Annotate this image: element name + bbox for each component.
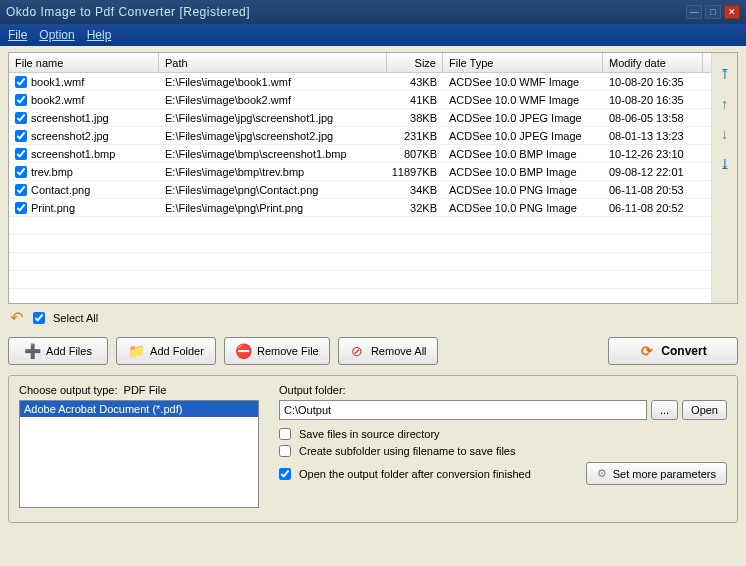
file-name: screenshot1.jpg	[31, 112, 109, 124]
output-type-selected[interactable]: Adobe Acrobat Document (*.pdf)	[20, 401, 258, 417]
select-all-row: ↶ Select All	[8, 304, 738, 331]
file-date: 10-08-20 16:35	[603, 94, 703, 106]
convert-icon: ⟳	[639, 343, 655, 359]
column-date[interactable]: Modify date	[603, 53, 703, 72]
file-date: 08-01-13 13:23	[603, 130, 703, 142]
column-name[interactable]: File name	[9, 53, 159, 72]
file-name: screenshot2.jpg	[31, 130, 109, 142]
move-bottom-icon[interactable]: ⤓	[718, 157, 732, 171]
file-size: 43KB	[387, 76, 443, 88]
table-row[interactable]: screenshot1.jpgE:\Files\image\jpg\screen…	[9, 109, 711, 127]
file-path: E:\Files\image\bmp\trev.bmp	[159, 166, 387, 178]
row-checkbox[interactable]	[15, 112, 27, 124]
close-button[interactable]: ✕	[724, 5, 740, 19]
file-size: 38KB	[387, 112, 443, 124]
file-size: 11897KB	[387, 166, 443, 178]
column-path[interactable]: Path	[159, 53, 387, 72]
table-row	[9, 289, 711, 303]
row-checkbox[interactable]	[15, 166, 27, 178]
output-folder-input[interactable]	[279, 400, 647, 420]
row-checkbox[interactable]	[15, 148, 27, 160]
create-subfolder-label: Create subfolder using filename to save …	[299, 445, 515, 457]
menu-help[interactable]: Help	[87, 28, 112, 42]
file-name: screenshot1.bmp	[31, 148, 115, 160]
output-type-list[interactable]: Adobe Acrobat Document (*.pdf)	[19, 400, 259, 508]
row-checkbox[interactable]	[15, 130, 27, 142]
row-checkbox[interactable]	[15, 94, 27, 106]
minus-icon: ⛔	[235, 343, 251, 359]
output-folder-label: Output folder:	[279, 384, 727, 396]
minimize-button[interactable]: —	[686, 5, 702, 19]
add-folder-button[interactable]: 📁 Add Folder	[116, 337, 216, 365]
remove-all-icon: ⊘	[349, 343, 365, 359]
maximize-button[interactable]: □	[705, 5, 721, 19]
convert-button[interactable]: ⟳ Convert	[608, 337, 738, 365]
remove-all-button[interactable]: ⊘ Remove All	[338, 337, 438, 365]
file-date: 09-08-12 22:01	[603, 166, 703, 178]
file-name: book1.wmf	[31, 76, 84, 88]
file-path: E:\Files\image\jpg\screenshot1.jpg	[159, 112, 387, 124]
title-bar: Okdo Image to Pdf Converter [Registered]…	[0, 0, 746, 24]
folder-icon: 📁	[128, 343, 144, 359]
file-path: E:\Files\image\book2.wmf	[159, 94, 387, 106]
save-source-label: Save files in source directory	[299, 428, 440, 440]
select-all-checkbox[interactable]	[33, 312, 45, 324]
row-checkbox[interactable]	[15, 76, 27, 88]
row-checkbox[interactable]	[15, 202, 27, 214]
column-size[interactable]: Size	[387, 53, 443, 72]
gear-icon: ⚙	[597, 467, 607, 480]
output-panel: Choose output type: PDF File Adobe Acrob…	[8, 375, 738, 523]
move-up-icon[interactable]: ↑	[718, 97, 732, 111]
remove-file-button[interactable]: ⛔ Remove File	[224, 337, 330, 365]
file-name: book2.wmf	[31, 94, 84, 106]
file-path: E:\Files\image\book1.wmf	[159, 76, 387, 88]
menu-bar: File Option Help	[0, 24, 746, 46]
table-row[interactable]: book2.wmfE:\Files\image\book2.wmf41KBACD…	[9, 91, 711, 109]
move-down-icon[interactable]: ↓	[718, 127, 732, 141]
file-size: 807KB	[387, 148, 443, 160]
table-row[interactable]: Print.pngE:\Files\image\png\Print.png32K…	[9, 199, 711, 217]
table-row[interactable]: screenshot2.jpgE:\Files\image\jpg\screen…	[9, 127, 711, 145]
file-size: 41KB	[387, 94, 443, 106]
table-row[interactable]: screenshot1.bmpE:\Files\image\bmp\screen…	[9, 145, 711, 163]
table-row	[9, 235, 711, 253]
file-type: ACDSee 10.0 BMP Image	[443, 148, 603, 160]
file-type: ACDSee 10.0 BMP Image	[443, 166, 603, 178]
file-type: ACDSee 10.0 WMF Image	[443, 76, 603, 88]
move-top-icon[interactable]: ⤒	[718, 67, 732, 81]
create-subfolder-checkbox[interactable]	[279, 445, 291, 457]
open-after-checkbox[interactable]	[279, 468, 291, 480]
open-after-label: Open the output folder after conversion …	[299, 468, 531, 480]
column-type[interactable]: File Type	[443, 53, 603, 72]
button-row: ➕ Add Files 📁 Add Folder ⛔ Remove File ⊘…	[8, 331, 738, 371]
file-date: 08-06-05 13:58	[603, 112, 703, 124]
file-size: 34KB	[387, 184, 443, 196]
file-type: ACDSee 10.0 PNG Image	[443, 184, 603, 196]
table-row[interactable]: Contact.pngE:\Files\image\png\Contact.pn…	[9, 181, 711, 199]
table-row	[9, 217, 711, 235]
file-date: 06-11-08 20:52	[603, 202, 703, 214]
file-path: E:\Files\image\png\Print.png	[159, 202, 387, 214]
table-row[interactable]: book1.wmfE:\Files\image\book1.wmf43KBACD…	[9, 73, 711, 91]
file-name: trev.bmp	[31, 166, 73, 178]
file-name: Contact.png	[31, 184, 90, 196]
file-date: 10-12-26 23:10	[603, 148, 703, 160]
more-parameters-button[interactable]: ⚙ Set more parameters	[586, 462, 727, 485]
file-type: ACDSee 10.0 PNG Image	[443, 202, 603, 214]
output-type-label: Choose output type: PDF File	[19, 384, 259, 396]
file-size: 231KB	[387, 130, 443, 142]
menu-file[interactable]: File	[8, 28, 27, 42]
return-arrow-icon: ↶	[10, 308, 23, 327]
file-date: 10-08-20 16:35	[603, 76, 703, 88]
open-folder-button[interactable]: Open	[682, 400, 727, 420]
table-row[interactable]: trev.bmpE:\Files\image\bmp\trev.bmp11897…	[9, 163, 711, 181]
row-checkbox[interactable]	[15, 184, 27, 196]
file-path: E:\Files\image\jpg\screenshot2.jpg	[159, 130, 387, 142]
menu-option[interactable]: Option	[39, 28, 74, 42]
browse-button[interactable]: ...	[651, 400, 678, 420]
select-all-label: Select All	[53, 312, 98, 324]
save-source-checkbox[interactable]	[279, 428, 291, 440]
add-files-button[interactable]: ➕ Add Files	[8, 337, 108, 365]
file-name: Print.png	[31, 202, 75, 214]
file-path: E:\Files\image\png\Contact.png	[159, 184, 387, 196]
